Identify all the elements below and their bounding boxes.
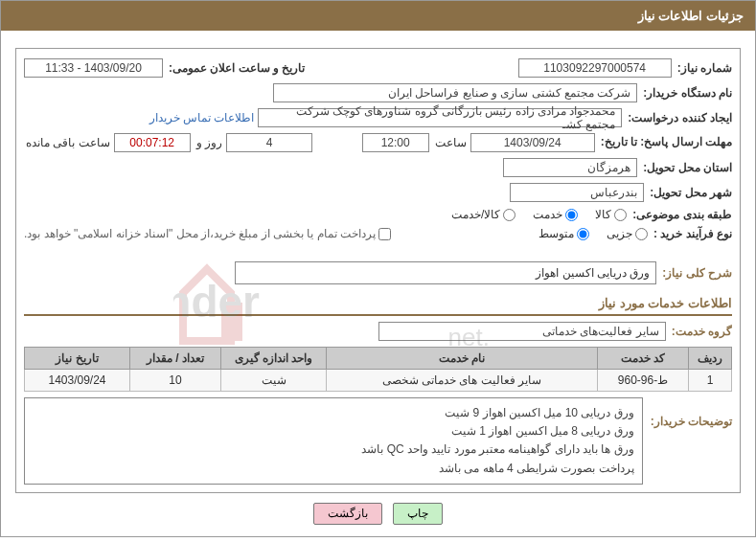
- field-general-desc: ورق دریایی اکسین اهواز: [235, 261, 656, 284]
- category-radio[interactable]: [503, 209, 515, 221]
- row-deadline: مهلت ارسال پاسخ: تا تاریخ: 1403/09/24 سا…: [24, 133, 732, 152]
- row-general-desc: شرح کلی نیاز: ورق دریایی اکسین اهواز: [24, 261, 732, 284]
- field-requester: محمدجواد مرادی زاده رئیس بازرگانی گروه ش…: [258, 108, 622, 127]
- section-services-title: اطلاعات خدمات مورد نیاز: [24, 292, 732, 316]
- table-cell: 1: [689, 370, 732, 392]
- th-qty: تعداد / مقدار: [130, 348, 221, 370]
- label-remain: ساعت باقی مانده: [24, 136, 110, 149]
- category-label: کالا: [595, 208, 611, 221]
- back-button[interactable]: بازگشت: [313, 503, 382, 525]
- link-buyer-contact[interactable]: اطلاعات تماس خریدار: [149, 111, 255, 124]
- category-radio[interactable]: [565, 209, 578, 221]
- label-days: روز و: [195, 136, 222, 149]
- row-city: شهر محل تحویل: بندرعباس: [24, 183, 732, 202]
- th-code: کد خدمت: [598, 348, 689, 370]
- panel-title: جزئیات اطلاعات نیاز: [638, 9, 744, 23]
- process-label: جزیی: [607, 227, 632, 240]
- row-province: استان محل تحویل: هرمزگان: [24, 158, 732, 177]
- row-buyer-notes: توضیحات خریدار: ورق دریایی 10 میل اکسین …: [24, 397, 732, 485]
- table-cell: 1403/09/24: [25, 370, 130, 392]
- process-radio[interactable]: [577, 228, 589, 240]
- label-time: ساعت: [433, 136, 467, 149]
- row-process-type: نوع فرآیند خرید : جزییمتوسط پرداخت تمام …: [24, 227, 732, 240]
- process-option: جزیی: [607, 227, 648, 240]
- th-idx: ردیف: [689, 348, 732, 370]
- table-cell: شیت: [221, 370, 327, 392]
- table-header-row: ردیف کد خدمت نام خدمت واحد اندازه گیری ت…: [25, 348, 732, 370]
- label-deadline: مهلت ارسال پاسخ: تا تاریخ:: [599, 135, 732, 150]
- category-label: کالا/خدمت: [451, 208, 500, 221]
- category-label: خدمت: [533, 208, 562, 221]
- field-days: 4: [226, 133, 312, 152]
- process-label: متوسط: [538, 227, 574, 240]
- label-service-group: گروه خدمت:: [670, 325, 732, 338]
- field-remain-time: 00:07:12: [114, 133, 191, 152]
- print-button[interactable]: چاپ: [393, 503, 443, 525]
- form-body: شماره نیاز: 1103092297000574 تاریخ و ساع…: [15, 48, 741, 493]
- label-general-desc: شرح کلی نیاز:: [660, 266, 732, 280]
- row-category: طبقه بندی موضوعی: کالاخدمتکالا/خدمت: [24, 208, 732, 221]
- process-radio[interactable]: [635, 228, 648, 240]
- row-need-number: شماره نیاز: 1103092297000574 تاریخ و ساع…: [24, 58, 732, 78]
- payment-note-text: پرداخت تمام یا بخشی از مبلغ خرید،از محل …: [24, 227, 376, 240]
- field-deadline-date: 1403/09/24: [470, 133, 595, 152]
- field-province: هرمزگان: [503, 158, 637, 177]
- field-buyer-notes: ورق دریایی 10 میل اکسین اهواز 9 شیتورق د…: [24, 397, 643, 485]
- category-option: کالا/خدمت: [451, 208, 515, 221]
- category-option: کالا: [595, 208, 627, 221]
- table-cell: 10: [130, 370, 221, 392]
- th-name: نام خدمت: [327, 348, 598, 370]
- label-province: استان محل تحویل:: [641, 161, 732, 174]
- table-row: 1ط-96-960سایر فعالیت های خدماتی شخصیشیت1…: [25, 370, 732, 392]
- label-buyer-notes: توضیحات خریدار:: [649, 397, 732, 428]
- form-container: جزئیات اطلاعات نیاز AriaTender .net شمار…: [0, 0, 756, 537]
- note-line: ورق دریایی 10 میل اکسین اهواز 9 شیت: [33, 404, 634, 422]
- row-service-group: گروه خدمت: سایر فعالیت‌های خدماتی: [24, 322, 732, 341]
- field-deadline-time: 12:00: [362, 133, 429, 152]
- label-buyer-org: نام دستگاه خریدار:: [641, 86, 732, 100]
- category-option: خدمت: [533, 208, 578, 221]
- row-buyer-org: نام دستگاه خریدار: شرکت مجتمع کشتی سازی …: [24, 83, 732, 102]
- table-cell: سایر فعالیت های خدماتی شخصی: [327, 370, 598, 392]
- note-line: پرداخت بصورت شرایطی 4 ماهه می باشد: [33, 460, 634, 478]
- category-radio[interactable]: [614, 209, 627, 221]
- table-cell: ط-96-960: [598, 370, 689, 392]
- field-service-group: سایر فعالیت‌های خدماتی: [378, 322, 666, 341]
- note-line: ورق ها باید دارای گواهینامه معتبر مورد ت…: [33, 440, 634, 459]
- field-need-number: 1103092297000574: [518, 58, 672, 78]
- checkbox-payment[interactable]: [378, 228, 391, 240]
- panel-header: جزئیات اطلاعات نیاز: [1, 1, 755, 31]
- label-requester: ایجاد کننده درخواست:: [626, 111, 732, 124]
- row-requester: ایجاد کننده درخواست: محمدجواد مرادی زاده…: [24, 108, 732, 127]
- label-category: طبقه بندی موضوعی:: [630, 208, 732, 221]
- label-announce: تاریخ و ساعت اعلان عمومی:: [167, 61, 305, 75]
- note-line: ورق دریایی 8 میل اکسین اهواز 1 شیت: [33, 422, 634, 440]
- label-city: شهر محل تحویل:: [648, 186, 732, 199]
- field-announce: 1403/09/20 - 11:33: [24, 58, 163, 78]
- services-table: ردیف کد خدمت نام خدمت واحد اندازه گیری ت…: [24, 347, 732, 392]
- field-buyer-org: شرکت مجتمع کشتی سازی و صنایع فراساحل ایر…: [273, 83, 637, 102]
- label-process-type: نوع فرآیند خرید :: [652, 227, 732, 240]
- payment-note-wrap: پرداخت تمام یا بخشی از مبلغ خرید،از محل …: [24, 227, 391, 240]
- field-city: بندرعباس: [510, 183, 644, 202]
- footer-buttons: چاپ بازگشت: [1, 503, 755, 525]
- th-date: تاریخ نیاز: [25, 348, 130, 370]
- process-option: متوسط: [538, 227, 589, 240]
- label-need-number: شماره نیاز:: [676, 61, 732, 75]
- th-unit: واحد اندازه گیری: [221, 348, 327, 370]
